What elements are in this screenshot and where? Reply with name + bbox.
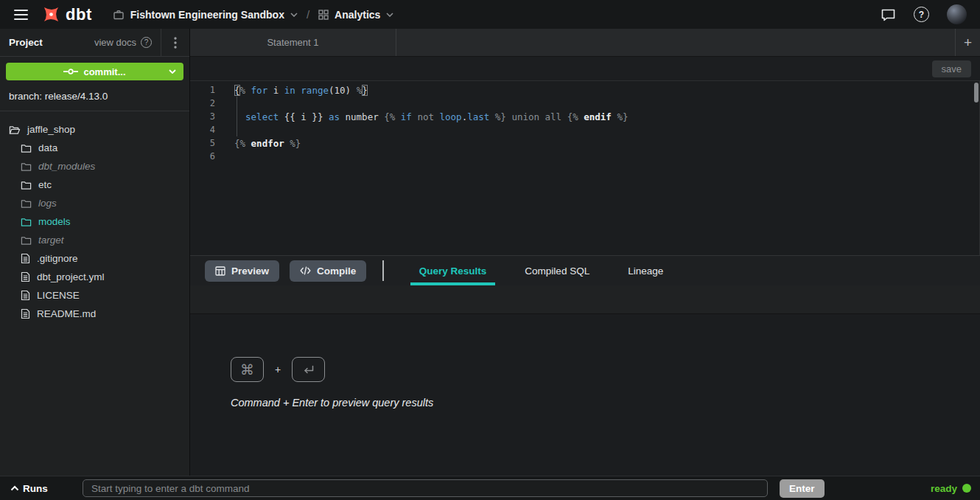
table-icon — [215, 266, 225, 276]
line-number: 6 — [190, 151, 223, 162]
branch-label: branch: release/4.13.0 — [0, 86, 189, 111]
briefcase-icon — [113, 9, 125, 21]
tree-item-label: etc — [38, 179, 52, 190]
chevron-down-icon — [169, 69, 176, 74]
file-icon — [21, 308, 30, 319]
line-number: 1 — [190, 85, 223, 95]
tree-item-logs[interactable]: logs — [0, 194, 189, 212]
results-empty-state: ⌘ + Command + Enter to preview query res… — [190, 314, 980, 476]
enter-key-icon — [292, 357, 325, 382]
tree-item-label: .gitignore — [37, 253, 78, 264]
avatar[interactable] — [947, 4, 967, 24]
top-bar: dbt Fishtown Engineering Sandbox / Analy… — [0, 0, 980, 29]
plus-sign: + — [275, 364, 281, 375]
project-name: Analytics — [335, 9, 380, 21]
tab-query-results[interactable]: Query Results — [410, 256, 496, 285]
code-line-6[interactable]: 6 — [190, 150, 980, 163]
runs-toggle[interactable]: Runs — [6, 483, 77, 494]
editor-scrollbar-thumb[interactable] — [974, 83, 979, 103]
code-line-1[interactable]: 1{% for i in range(10) %} — [190, 83, 980, 97]
tree-item-dbt-modules[interactable]: dbt_modules — [0, 157, 189, 176]
sidebar: Project view docs ? commit... — [0, 29, 190, 476]
folder-icon — [21, 180, 32, 190]
folder-icon — [21, 162, 32, 172]
editor-tab-bar: Statement 1 + — [190, 29, 980, 57]
tree-item-data[interactable]: data — [0, 139, 189, 157]
help-icon[interactable]: ? — [914, 7, 929, 22]
editor-toolbar: save — [190, 57, 980, 81]
code-text: select {{ i }} as number {% if not loop.… — [223, 111, 629, 122]
logo-text: dbt — [66, 7, 92, 23]
chat-icon[interactable] — [881, 7, 896, 22]
tree-item-license[interactable]: LICENSE — [0, 286, 189, 305]
results-subheader — [190, 285, 980, 314]
folder-open-icon — [9, 125, 21, 135]
chevron-down-icon — [386, 13, 393, 17]
dbt-logo[interactable]: dbt — [41, 4, 92, 24]
tab-statement-1[interactable]: Statement 1 — [190, 29, 396, 56]
tree-item-jaffle-shop[interactable]: jaffle_shop — [0, 120, 189, 139]
tree-item-label: data — [38, 142, 57, 153]
save-button[interactable]: save — [932, 60, 971, 77]
kebab-menu-icon[interactable] — [161, 29, 189, 56]
tree-item-label: models — [38, 216, 71, 227]
grid-icon — [318, 10, 329, 20]
folder-icon — [21, 143, 32, 153]
tree-item-label: jaffle_shop — [27, 124, 75, 135]
tree-item-etc[interactable]: etc — [0, 176, 189, 194]
tree-item-readme-md[interactable]: README.md — [0, 305, 189, 323]
tree-item-label: target — [38, 235, 64, 246]
docs-help-icon: ? — [141, 37, 152, 48]
code-line-5[interactable]: 5{% endfor %} — [190, 136, 980, 150]
main-panel: Statement 1 + save 1{% for i in range(10… — [190, 29, 980, 476]
results-tabs: Query ResultsCompiled SQLLineage — [400, 256, 682, 285]
status-indicator: ready — [931, 483, 974, 494]
folder-icon — [21, 198, 32, 209]
enter-button[interactable]: Enter — [780, 479, 825, 498]
project-selector[interactable]: Analytics — [318, 9, 393, 21]
file-icon — [21, 253, 30, 264]
view-docs-link[interactable]: view docs ? — [94, 37, 152, 48]
code-line-2[interactable]: 2 — [190, 97, 980, 110]
folder-icon — [21, 217, 32, 227]
code-line-3[interactable]: 3 select {{ i }} as number {% if not loo… — [190, 110, 980, 123]
tree-item-label: dbt_modules — [38, 161, 95, 172]
command-key-icon: ⌘ — [231, 357, 264, 382]
tree-item-target[interactable]: target — [0, 231, 189, 249]
code-icon — [300, 266, 311, 275]
indent-guide — [237, 97, 237, 136]
command-input[interactable] — [83, 479, 768, 497]
commit-button[interactable]: commit... — [6, 63, 183, 80]
tree-item-dbt-project-yml[interactable]: dbt_project.yml — [0, 268, 189, 286]
tab-compiled-sql[interactable]: Compiled SQL — [516, 256, 598, 285]
tree-item-gitignore[interactable]: .gitignore — [0, 249, 189, 268]
status-label: ready — [931, 483, 957, 494]
folder-icon — [21, 235, 32, 246]
line-number: 4 — [190, 125, 223, 135]
sidebar-title: Project — [9, 37, 43, 48]
account-selector[interactable]: Fishtown Engineering Sandbox — [113, 9, 298, 21]
tree-item-label: logs — [38, 198, 57, 209]
tab-lineage[interactable]: Lineage — [619, 256, 672, 285]
menu-icon[interactable] — [0, 0, 41, 29]
code-editor[interactable]: 1{% for i in range(10) %}23 select {{ i … — [190, 81, 980, 255]
git-commit-icon — [63, 68, 78, 75]
code-text: {% endfor %} — [223, 138, 301, 149]
tree-item-label: LICENSE — [37, 290, 80, 301]
tree-item-models[interactable]: models — [0, 212, 189, 231]
breadcrumb-separator: / — [307, 8, 309, 21]
dbt-logo-icon — [41, 4, 61, 24]
tree-item-label: dbt_project.yml — [37, 271, 105, 282]
line-number: 5 — [190, 138, 223, 148]
line-number: 2 — [190, 98, 223, 108]
new-tab-button[interactable]: + — [955, 29, 980, 56]
file-icon — [21, 290, 30, 301]
compile-button[interactable]: Compile — [290, 260, 366, 282]
file-tree: jaffle_shopdatadbt_modulesetclogsmodelst… — [0, 111, 189, 323]
runs-label: Runs — [23, 483, 48, 494]
chevron-up-icon — [10, 485, 19, 491]
file-icon — [21, 271, 30, 282]
preview-button[interactable]: Preview — [205, 260, 279, 282]
code-line-4[interactable]: 4 — [190, 123, 980, 136]
line-number: 3 — [190, 111, 223, 122]
